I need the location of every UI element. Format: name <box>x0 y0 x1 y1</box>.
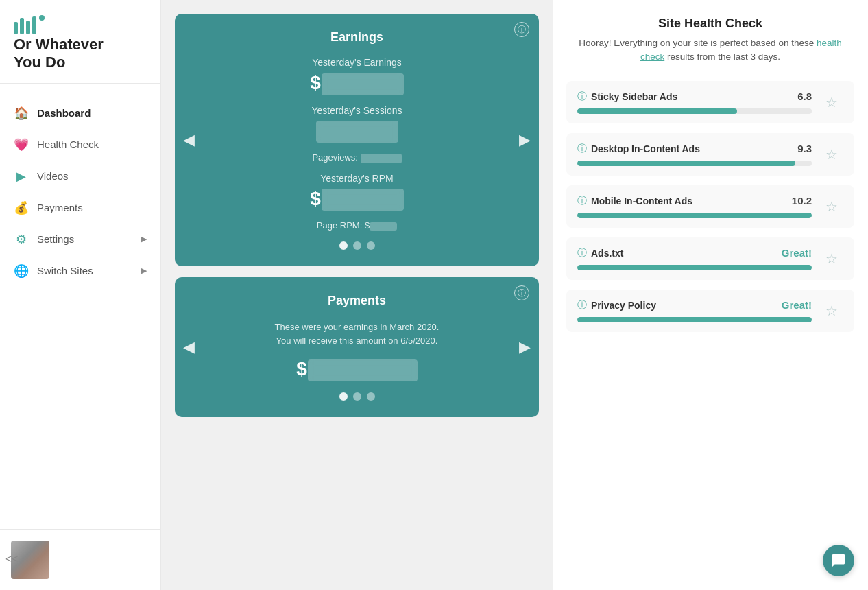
desktop-incontent-progress-bg <box>577 161 812 166</box>
earnings-prev-button[interactable]: ◀ <box>178 126 200 154</box>
ads-txt-score: Great! <box>782 247 812 259</box>
desktop-incontent-name: Desktop In-Content Ads <box>591 143 700 154</box>
nav-label-dashboard: Dashboard <box>37 107 91 119</box>
pageviews-blurred-value <box>361 154 402 163</box>
chat-icon <box>831 553 846 568</box>
earnings-card-title: Earnings <box>189 30 525 45</box>
ads-txt-info-icon[interactable]: ⓘ <box>577 247 587 259</box>
payments-prev-button[interactable]: ◀ <box>178 333 200 362</box>
payments-info-button[interactable]: ⓘ <box>514 285 529 300</box>
logo-bar-3 <box>26 21 30 34</box>
health-item-ads-txt: ⓘ Ads.txt Great! ☆ <box>566 237 854 280</box>
sessions-blurred-value <box>316 121 398 143</box>
settings-arrow-icon: ▶ <box>141 235 147 244</box>
payments-desc: These were your earnings in March 2020. … <box>189 320 525 347</box>
mobile-incontent-info-icon[interactable]: ⓘ <box>577 195 587 207</box>
page-rpm-blurred-value <box>370 222 397 231</box>
privacy-policy-info-icon[interactable]: ⓘ <box>577 299 587 311</box>
sidebar-item-dashboard[interactable]: 🏠 Dashboard <box>0 97 160 129</box>
ads-txt-progress-fill <box>577 265 812 270</box>
sidebar-logo: Or WhateverYou Do <box>0 0 160 84</box>
dot-1 <box>339 241 348 250</box>
site-name: Or WhateverYou Do <box>14 36 147 72</box>
sidebar-item-settings[interactable]: ⚙ Settings ▶ <box>0 224 160 255</box>
mobile-incontent-main: ⓘ Mobile In-Content Ads 10.2 <box>577 195 812 218</box>
earnings-next-button[interactable]: ▶ <box>514 126 536 154</box>
desktop-incontent-score: 9.3 <box>797 143 812 154</box>
sidebar-item-videos[interactable]: ▶ Videos <box>0 161 160 192</box>
health-item-desktop-incontent: ⓘ Desktop In-Content Ads 9.3 ☆ <box>566 133 854 176</box>
payment-dot-2 <box>353 392 361 401</box>
ads-txt-star-button[interactable]: ☆ <box>820 247 843 270</box>
sticky-sidebar-score: 6.8 <box>797 91 812 102</box>
main-content: ⓘ Earnings ◀ ▶ Yesterday's Earnings $ Ye… <box>161 0 868 590</box>
mobile-incontent-progress-bg <box>577 213 812 218</box>
ads-txt-main: ⓘ Ads.txt Great! <box>577 247 812 270</box>
payments-next-button[interactable]: ▶ <box>514 333 536 362</box>
earnings-blurred-value <box>322 73 404 95</box>
rpm-blurred-value <box>322 189 404 211</box>
privacy-policy-progress-bg <box>577 317 812 322</box>
health-check-subtitle: Hooray! Everything on your site is perfe… <box>566 36 854 64</box>
dot-3 <box>367 241 375 250</box>
rpm-value: $ <box>189 188 525 211</box>
nav-label-settings: Settings <box>37 233 74 245</box>
home-icon: 🏠 <box>14 106 29 121</box>
sidebar-item-payments[interactable]: 💰 Payments <box>0 192 160 224</box>
mobile-incontent-header: ⓘ Mobile In-Content Ads 10.2 <box>577 195 812 207</box>
pageviews-label: Pageviews: <box>189 152 525 163</box>
privacy-policy-main: ⓘ Privacy Policy Great! <box>577 299 812 322</box>
desktop-incontent-star-button[interactable]: ☆ <box>820 143 843 166</box>
logo-bar-2 <box>20 18 24 34</box>
switch-sites-arrow-icon: ▶ <box>141 266 147 275</box>
logo-dot <box>39 15 45 21</box>
privacy-policy-name: Privacy Policy <box>591 300 656 311</box>
nav-label-payments: Payments <box>37 202 83 213</box>
payments-value: $ <box>189 358 525 381</box>
desktop-incontent-name-group: ⓘ Desktop In-Content Ads <box>577 143 700 155</box>
payments-desc-line1: These were your earnings in March 2020. <box>275 322 439 332</box>
logo-icon <box>14 16 147 34</box>
sticky-sidebar-star-button[interactable]: ☆ <box>820 91 843 114</box>
payments-card-title: Payments <box>189 294 525 308</box>
mobile-incontent-name-group: ⓘ Mobile In-Content Ads <box>577 195 692 207</box>
sidebar-item-health-check[interactable]: 💗 Health Check <box>0 129 160 161</box>
sticky-sidebar-progress-bg <box>577 108 812 114</box>
sticky-sidebar-main: ⓘ Sticky Sidebar Ads 6.8 <box>577 91 812 114</box>
sticky-sidebar-info-icon[interactable]: ⓘ <box>577 91 587 103</box>
desktop-incontent-progress-fill <box>577 161 795 166</box>
privacy-policy-header: ⓘ Privacy Policy Great! <box>577 299 812 311</box>
health-item-mobile-incontent: ⓘ Mobile In-Content Ads 10.2 ☆ <box>566 185 854 228</box>
mobile-incontent-progress-fill <box>577 213 812 218</box>
sticky-sidebar-header: ⓘ Sticky Sidebar Ads 6.8 <box>577 91 812 103</box>
earnings-dots <box>189 241 525 250</box>
sidebar: Or WhateverYou Do 🏠 Dashboard 💗 Health C… <box>0 0 161 590</box>
desktop-incontent-info-icon[interactable]: ⓘ <box>577 143 587 155</box>
health-check-title: Site Health Check <box>566 16 854 31</box>
health-item-privacy-policy: ⓘ Privacy Policy Great! ☆ <box>566 290 854 332</box>
sidebar-item-switch-sites[interactable]: 🌐 Switch Sites ▶ <box>0 255 160 287</box>
heart-icon: 💗 <box>14 137 29 152</box>
ads-txt-name-group: ⓘ Ads.txt <box>577 247 623 259</box>
health-check-column: Site Health Check Hooray! Everything on … <box>553 0 868 590</box>
yesterday-earnings-value: $ <box>189 72 525 95</box>
health-item-sticky-sidebar: ⓘ Sticky Sidebar Ads 6.8 ☆ <box>566 81 854 123</box>
nav-label-videos: Videos <box>37 170 69 182</box>
privacy-policy-score: Great! <box>782 299 812 311</box>
privacy-policy-name-group: ⓘ Privacy Policy <box>577 299 656 311</box>
chat-button[interactable] <box>823 545 854 576</box>
gear-icon: ⚙ <box>14 232 29 247</box>
nav-label-switch-sites: Switch Sites <box>37 265 93 276</box>
payments-desc-line2: You will receive this amount on 6/5/2020… <box>276 335 438 346</box>
globe-icon: 🌐 <box>14 263 29 279</box>
privacy-policy-star-button[interactable]: ☆ <box>820 299 843 322</box>
collapse-button[interactable]: << <box>5 553 19 565</box>
sticky-sidebar-progress-fill <box>577 108 737 114</box>
mobile-incontent-star-button[interactable]: ☆ <box>820 195 843 218</box>
earnings-card: ⓘ Earnings ◀ ▶ Yesterday's Earnings $ Ye… <box>175 14 539 266</box>
sticky-sidebar-name: Sticky Sidebar Ads <box>591 91 677 102</box>
earnings-info-button[interactable]: ⓘ <box>514 22 529 37</box>
yesterday-earnings-label: Yesterday's Earnings <box>189 57 525 68</box>
main-nav: 🏠 Dashboard 💗 Health Check ▶ Videos 💰 Pa… <box>0 84 160 529</box>
health-subtitle-suffix: results from the last 3 days. <box>667 51 780 62</box>
